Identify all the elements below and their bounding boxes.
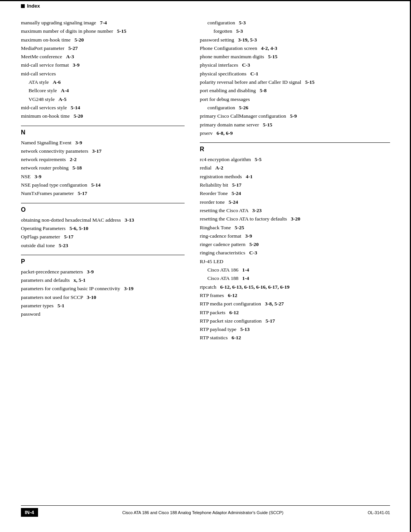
list-item: Named Signalling Event 3-9: [21, 139, 185, 147]
list-item: RTP packet size configuration 5-17: [200, 317, 390, 325]
list-item: physical interfaces C-3: [200, 61, 390, 69]
list-item: obtaining non-dotted hexadecimal MAC add…: [21, 216, 185, 224]
list-item: resetting the Cisco ATA to factory defau…: [200, 215, 390, 223]
list-item: RTP payload type 5-13: [200, 326, 390, 333]
list-item: configuration 5-3: [200, 19, 390, 27]
list-item: physical specifications C-1: [200, 70, 390, 78]
list-item: network requirements 2-2: [21, 156, 185, 163]
list-item: network router probing 5-18: [21, 164, 185, 172]
list-item: password setting 3-19, 5-3: [200, 36, 390, 44]
list-item: mid-call services style 5-14: [21, 104, 185, 112]
list-item: redial A-2: [200, 164, 390, 172]
list-item: maximum on-hook time 5-20: [21, 36, 185, 44]
list-item: rc4 encryption algorithm 5-5: [200, 156, 390, 163]
list-item: ringing characteristics C-3: [200, 249, 390, 257]
list-item: ATA style A-6: [21, 78, 185, 86]
list-item: outside dial tone 5-23: [21, 242, 185, 249]
list-item: RTP statistics 6-12: [200, 334, 390, 342]
section-o-entries: obtaining non-dotted hexadecimal MAC add…: [21, 216, 185, 249]
list-item: parameters and defaults x, 5-1: [21, 276, 185, 284]
section-r-letter: R: [200, 146, 390, 153]
section-r-entries: rc4 encryption algorithm 5-5 redial A-2 …: [200, 156, 390, 342]
page-container: Index manually upgrading signaling image…: [0, 0, 411, 532]
section-n-entries: Named Signalling Event 3-9 network conne…: [21, 139, 185, 198]
list-item: resetting the Cisco ATA 3-23: [200, 207, 390, 214]
list-item: prserv 6-8, 6-9: [200, 129, 390, 137]
left-top-entries: manually upgrading signaling image 7-4 m…: [21, 19, 185, 120]
list-item: mid-call services: [21, 70, 185, 78]
section-n-letter: N: [21, 129, 185, 136]
list-item: registration methods 4-1: [200, 173, 390, 181]
list-item: phone number maximum digits 5-15: [200, 53, 390, 61]
list-item: packet-precedence parameters 3-9: [21, 268, 185, 276]
list-item: configuration 5-26: [200, 104, 390, 112]
list-item: RTP frames 6-12: [200, 292, 390, 299]
list-item: RTP packets 6-12: [200, 309, 390, 316]
list-item: minimum on-hook time 5-20: [21, 112, 185, 120]
list-item: NSE payload type configuration 5-14: [21, 181, 185, 189]
list-item: ringer cadence pattern 5-20: [200, 241, 390, 248]
list-item: MeetMe conference A-3: [21, 53, 185, 61]
list-item: parameters for configuring basic IP conn…: [21, 285, 185, 292]
section-r-divider: [200, 142, 390, 143]
list-item: parameter types 5-1: [21, 302, 185, 310]
left-column: manually upgrading signaling image 7-4 m…: [21, 19, 185, 502]
list-item: Reliability bit 5-17: [200, 181, 390, 189]
section-o-letter: O: [21, 206, 185, 213]
header-index-label: Index: [27, 3, 40, 9]
list-item: port enabling and disabling 5-8: [200, 87, 390, 94]
section-p-letter: P: [21, 258, 185, 265]
list-item: forgotten 5-3: [200, 27, 390, 35]
footer-page-number: IN-4: [21, 508, 38, 517]
footer-content: IN-4 Cisco ATA 186 and Cisco 188 Analog …: [21, 506, 390, 517]
footer-doc-number: OL-3141-01: [368, 510, 390, 515]
footer: IN-4 Cisco ATA 186 and Cisco 188 Analog …: [0, 505, 411, 532]
list-item: Operating Parameters 5-6, 5-10: [21, 225, 185, 232]
section-p-entries: packet-precedence parameters 3-9 paramet…: [21, 268, 185, 318]
list-item: NSE 3-9: [21, 173, 185, 181]
list-item: VG248 style A-5: [21, 96, 185, 103]
list-item: Ringback Tone 5-25: [200, 224, 390, 232]
list-item: network connectivity parameters 3-17: [21, 147, 185, 155]
header-index: Index: [21, 3, 40, 9]
content-area: manually upgrading signaling image 7-4 m…: [21, 19, 390, 502]
list-item: Bellcore style A-4: [21, 87, 185, 94]
list-item: port for debug messages: [200, 96, 390, 103]
list-item: primary domain name server 5-15: [200, 121, 390, 129]
list-item: Cisco ATA 188 1-4: [200, 275, 390, 282]
list-item: Cisco ATA 186 1-4: [200, 266, 390, 274]
list-item: OpFlags parameter 5-17: [21, 233, 185, 241]
list-item: parameters not used for SCCP 3-10: [21, 294, 185, 301]
list-item: primary Cisco CallManager configuration …: [200, 112, 390, 120]
section-o-divider: [21, 203, 185, 203]
header: Index: [21, 3, 390, 9]
section-p-divider: [21, 255, 185, 255]
list-item: password: [21, 310, 185, 318]
header-square-icon: [21, 4, 25, 8]
list-item: MediaPort parameter 5-27: [21, 45, 185, 52]
list-item: reorder tone 5-24: [200, 198, 390, 206]
list-item: rtpcatch 6-12, 6-13, 6-15, 6-16, 6-17, 6…: [200, 283, 390, 291]
list-item: maximum number of digits in phone number…: [21, 27, 185, 35]
list-item: manually upgrading signaling image 7-4: [21, 19, 185, 27]
list-item: ring-cadence format 3-9: [200, 232, 390, 240]
list-item: polarity reversal before and after Calle…: [200, 78, 390, 86]
list-item: Reorder Tone 5-24: [200, 190, 390, 197]
right-top-entries: configuration 5-3 forgotten 5-3 password…: [200, 19, 390, 137]
footer-title: Cisco ATA 186 and Cisco 188 Analog Telep…: [38, 510, 368, 515]
list-item: mid-call service format 3-9: [21, 61, 185, 69]
list-item: RTP media port configuration 3-8, 5-27: [200, 300, 390, 308]
list-item: NumTxFrames parameter 5-17: [21, 190, 185, 197]
section-n-divider: [21, 126, 185, 126]
top-border: [0, 0, 411, 1]
right-column: configuration 5-3 forgotten 5-3 password…: [200, 19, 390, 502]
list-item: RJ-45 LED: [200, 258, 390, 265]
list-item: Phone Configuration screen 4-2, 4-3: [200, 45, 390, 52]
